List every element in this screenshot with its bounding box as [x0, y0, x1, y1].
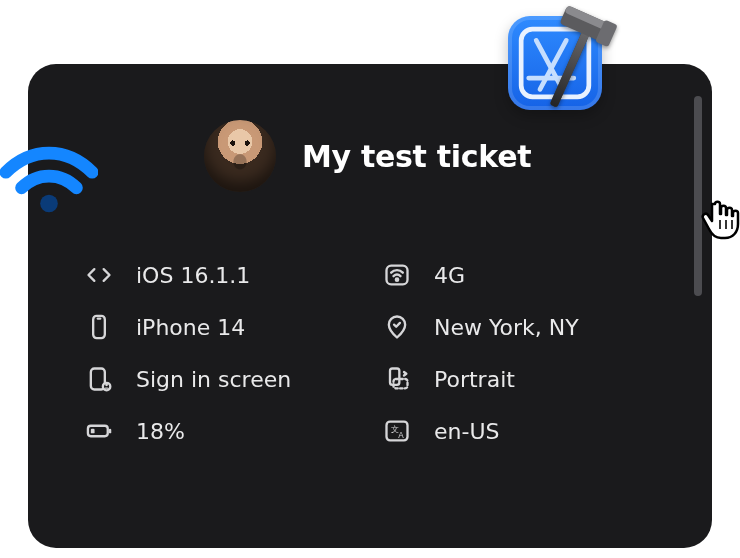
ticket-card: My test ticket iOS 16.1.1 4G iPhone 14 [28, 64, 712, 548]
detail-battery-value: 18% [136, 419, 185, 444]
detail-device-value: iPhone 14 [136, 315, 245, 340]
detail-device: iPhone 14 [84, 312, 358, 342]
detail-os-value: iOS 16.1.1 [136, 263, 250, 288]
detail-screen: Sign in screen [84, 364, 358, 394]
phone-icon [84, 312, 114, 342]
detail-screen-value: Sign in screen [136, 367, 291, 392]
language-icon: 文A [382, 416, 412, 446]
pointer-cursor-icon [696, 194, 740, 242]
detail-battery: 18% [84, 416, 358, 446]
detail-orientation: Portrait [382, 364, 656, 394]
detail-network-value: 4G [434, 263, 465, 288]
svg-rect-12 [91, 429, 95, 434]
detail-orientation-value: Portrait [434, 367, 515, 392]
screen-state-icon [84, 364, 114, 394]
xcode-app-icon [500, 8, 610, 118]
svg-rect-8 [390, 369, 399, 385]
orientation-icon [382, 364, 412, 394]
ticket-header: My test ticket [204, 120, 656, 192]
signal-icon [382, 260, 412, 290]
wifi-icon [0, 144, 98, 216]
svg-rect-22 [550, 26, 592, 108]
detail-os: iOS 16.1.1 [84, 260, 358, 290]
detail-network: 4G [382, 260, 656, 290]
details-grid: iOS 16.1.1 4G iPhone 14 New York, NY Sig [84, 260, 656, 446]
detail-location-value: New York, NY [434, 315, 579, 340]
battery-icon [84, 416, 114, 446]
detail-locale: 文A en-US [382, 416, 656, 446]
svg-text:A: A [398, 431, 404, 440]
code-icon [84, 260, 114, 290]
svg-rect-11 [109, 429, 111, 434]
detail-location: New York, NY [382, 312, 656, 342]
ticket-title: My test ticket [302, 139, 531, 174]
detail-locale-value: en-US [434, 419, 499, 444]
avatar [204, 120, 276, 192]
svg-point-2 [396, 279, 398, 281]
location-pin-icon [382, 312, 412, 342]
svg-point-7 [105, 383, 108, 386]
